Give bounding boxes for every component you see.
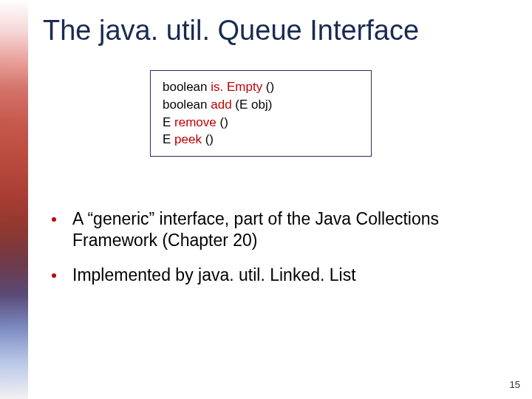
method-line: boolean add (E obj) bbox=[163, 96, 359, 114]
method-line: boolean is. Empty () bbox=[163, 78, 359, 96]
bullet-text: Implemented by java. util. Linked. List bbox=[72, 265, 356, 286]
list-item: A “generic” interface, part of the Java … bbox=[52, 208, 480, 251]
method-line: E remove () bbox=[163, 114, 359, 132]
method-name: peek bbox=[174, 132, 202, 146]
method-return: E bbox=[163, 115, 174, 129]
method-return: E bbox=[163, 132, 174, 146]
bullet-list: A “generic” interface, part of the Java … bbox=[52, 208, 480, 299]
list-item: Implemented by java. util. Linked. List bbox=[52, 265, 480, 286]
method-params: () bbox=[262, 80, 274, 94]
bullet-icon bbox=[52, 273, 56, 278]
method-params: () bbox=[216, 115, 228, 129]
method-line: E peek () bbox=[163, 131, 359, 149]
method-return: boolean bbox=[163, 80, 211, 94]
method-signature-box: boolean is. Empty () boolean add (E obj)… bbox=[150, 70, 372, 157]
slide-title: The java. util. Queue Interface bbox=[43, 15, 419, 47]
method-name: remove bbox=[174, 115, 216, 129]
method-name: is. Empty bbox=[211, 80, 262, 94]
method-params: () bbox=[202, 132, 214, 146]
method-params: (E obj) bbox=[232, 98, 273, 112]
page-number: 15 bbox=[510, 379, 520, 390]
method-return: boolean bbox=[163, 98, 211, 112]
bullet-text: A “generic” interface, part of the Java … bbox=[72, 208, 480, 251]
bullet-icon bbox=[52, 217, 56, 222]
method-name: add bbox=[211, 98, 231, 112]
slide: The java. util. Queue Interface boolean … bbox=[0, 0, 532, 399]
